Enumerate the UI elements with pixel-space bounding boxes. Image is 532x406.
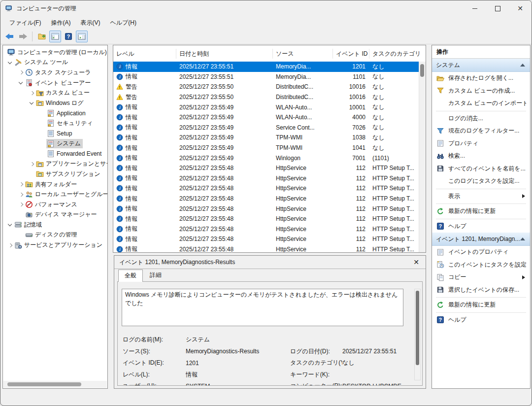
action-help[interactable]: ?ヘルプ [432,220,530,233]
actions-section-header-system[interactable]: システム [432,59,530,72]
tree-item-log-application[interactable]: Application [3,108,107,119]
action-import-custom-view[interactable]: カスタム ビューのインポート... [432,97,530,110]
detail-scrollbar[interactable] [414,289,421,380]
chevron-collapsed-icon[interactable] [7,242,14,249]
action-filter-current-log[interactable]: 現在のログをフィルター... [432,125,530,137]
tree-item-task-scheduler[interactable]: タスク スケジューラ [3,68,107,78]
column-header-datetime[interactable]: 日付と時刻 [176,49,273,59]
action-create-custom-view[interactable]: カスタム ビューの作成... [432,85,530,98]
tree-item-subscriptions[interactable]: サブスクリプション [3,169,107,179]
event-row[interactable]: i情報2025/12/27 23:55:49TPM-WMI1038なし [113,133,419,143]
event-list-scrollbar-thumb[interactable] [420,64,424,77]
tab-general[interactable]: 全般 [118,270,143,282]
action-pane-toggle-button[interactable] [76,31,88,42]
menu-action[interactable]: 操作(A) [46,17,75,29]
event-row[interactable]: 警告2025/12/27 23:55:50DistributedC...1001… [113,82,419,92]
action-save-selected-events[interactable]: 選択したイベントの保存... [432,284,530,297]
menu-view[interactable]: 表示(V) [75,17,105,29]
action-event-properties[interactable]: イベントのプロパティ [432,246,530,259]
event-row[interactable]: i情報2025/12/27 23:55:49WLAN-Auto...4000なし [113,112,419,123]
tree-item-log-system[interactable]: システム [3,138,107,149]
chevron-expanded-icon[interactable] [18,79,25,86]
tree-item-apps-services-logs[interactable]: アプリケーションとサービス [3,159,107,169]
event-row[interactable]: 警告2025/12/27 23:55:50DistributedC...1001… [113,92,419,102]
column-header-level[interactable]: レベル [113,49,176,59]
back-button[interactable] [3,31,15,42]
action-attach-task-to-log[interactable]: このログにタスクを設定... [432,175,530,188]
detail-scrollbar-thumb[interactable] [416,291,419,365]
action-copy[interactable]: コピー [432,271,530,284]
event-row[interactable]: i情報2025/12/27 23:55:49TPM-WMI1041なし [113,143,419,153]
actions-section-header-event-1201[interactable]: イベント 1201, MemoryDiagn... [432,233,530,246]
chevron-expanded-icon[interactable] [29,100,35,106]
event-row[interactable]: i情報2025/12/27 23:55:49Service Cont...702… [113,123,419,133]
action-refresh[interactable]: 最新の情報に更新 [432,205,530,218]
tree-item-log-security[interactable]: セキュリティ [3,118,107,129]
chevron-collapsed-icon[interactable] [18,191,25,198]
event-row[interactable]: i情報2025/12/27 23:55:49Winlogon7001(1101) [113,153,419,163]
close-button[interactable]: ✕ [509,0,532,16]
minimize-button[interactable] [464,0,486,16]
event-row[interactable]: i情報2025/12/27 23:55:48HttpService112HTTP… [113,234,419,244]
maximize-button[interactable] [486,0,509,16]
tree-item-log-forwarded-events[interactable]: Forwarded Event [3,149,107,159]
chevron-expanded-icon[interactable] [7,221,14,228]
event-row[interactable]: i情報2025/12/27 23:55:48HttpService112HTTP… [113,183,419,194]
tree-item-device-manager[interactable]: デバイス マネージャー [3,210,107,220]
console-tree-toggle-button[interactable] [49,31,61,42]
event-row[interactable]: i情報2025/12/27 23:55:48HttpService112HTTP… [113,203,419,214]
event-list-scrollbar[interactable] [419,62,426,252]
tree-item-custom-views[interactable]: カスタム ビュー [3,88,107,98]
tree-item-storage[interactable]: 記憶域 [3,220,107,230]
chevron-collapsed-icon[interactable] [18,69,25,76]
tree-item-shared-folders[interactable]: 共有フォルダー [3,179,107,190]
collapse-icon[interactable] [520,64,525,67]
tree-item-system-tools[interactable]: システム ツール [3,58,107,68]
tree-horizontal-scrollbar[interactable] [3,381,107,388]
event-message-box[interactable]: Windows メモリ診断によりコンピューターのメモリがテストされましたが、エラ… [122,289,403,326]
action-clear-log[interactable]: ログの消去... [432,112,530,125]
chevron-expanded-icon[interactable] [7,59,14,66]
event-row[interactable]: i情報2025/12/27 23:55:48HttpService112HTTP… [113,224,419,235]
tab-details[interactable]: 詳細 [144,270,167,281]
menu-file[interactable]: ファイル(F) [4,17,46,29]
event-row[interactable]: i情報2025/12/27 23:55:48HttpService112HTTP… [113,244,419,252]
collapse-icon[interactable] [520,237,525,240]
action-refresh[interactable]: 最新の情報に更新 [432,299,530,311]
column-header-task-category[interactable]: タスクのカテゴリ [369,49,426,59]
tree-item-performance[interactable]: パフォーマンス [3,200,107,210]
event-row[interactable]: i情報2025/12/27 23:55:48HttpService112HTTP… [113,194,419,204]
event-row[interactable]: i情報2025/12/27 23:55:48HttpService112HTTP… [113,173,419,184]
menu-help[interactable]: ヘルプ(H) [105,17,141,29]
tree-item-windows-logs[interactable]: Windows ログ [3,98,107,108]
tree-item-services-applications[interactable]: サービスとアプリケーション [3,240,107,250]
tree-item-event-viewer[interactable]: イベント ビューアー [3,78,107,88]
action-open-saved-log[interactable]: 保存されたログを開く... [432,72,530,85]
chevron-collapsed-icon[interactable] [29,161,35,168]
tree-scrollbar-thumb[interactable] [7,382,81,386]
action-view[interactable]: 表示 [432,190,530,203]
chevron-collapsed-icon[interactable] [18,201,25,208]
detail-close-button[interactable]: ✕ [411,256,422,269]
tree-item-disk-management[interactable]: ディスクの管理 [3,230,107,240]
event-row[interactable]: i情報2025/12/27 23:55:48HttpService112HTTP… [113,214,419,224]
tree-item-computer-management-root[interactable]: コンピューターの管理 (ローカル) [3,47,107,58]
action-properties[interactable]: プロパティ [432,137,530,150]
action-help[interactable]: ?ヘルプ [432,314,530,327]
action-find[interactable]: 検索... [432,150,530,163]
event-row[interactable]: i情報2025/12/27 23:55:49WLAN-Auto...10001な… [113,102,419,112]
column-header-event-id[interactable]: イベント ID [333,49,369,59]
event-row[interactable]: i情報2025/12/27 23:55:48HttpService112HTTP… [113,163,419,173]
action-save-all-events-as[interactable]: すべてのイベントを名前を... [432,163,530,175]
export-list-button[interactable] [36,31,48,42]
forward-button[interactable] [17,31,29,42]
tree-item-local-users-groups[interactable]: ローカル ユーザーとグループ [3,189,107,200]
chevron-collapsed-icon[interactable] [18,181,25,188]
column-header-source[interactable]: ソース [273,49,333,59]
event-row[interactable]: i情報2025/12/27 23:55:51MemoryDia...1101なし [113,72,419,82]
tree-item-log-setup[interactable]: Setup [3,129,107,139]
event-row[interactable]: i情報2025/12/27 23:55:51MemoryDia...1201なし [113,62,419,72]
action-attach-task-to-event[interactable]: このイベントにタスクを設定... [432,259,530,271]
chevron-collapsed-icon[interactable] [29,90,35,97]
help-toolbar-button[interactable]: ? [63,31,74,42]
